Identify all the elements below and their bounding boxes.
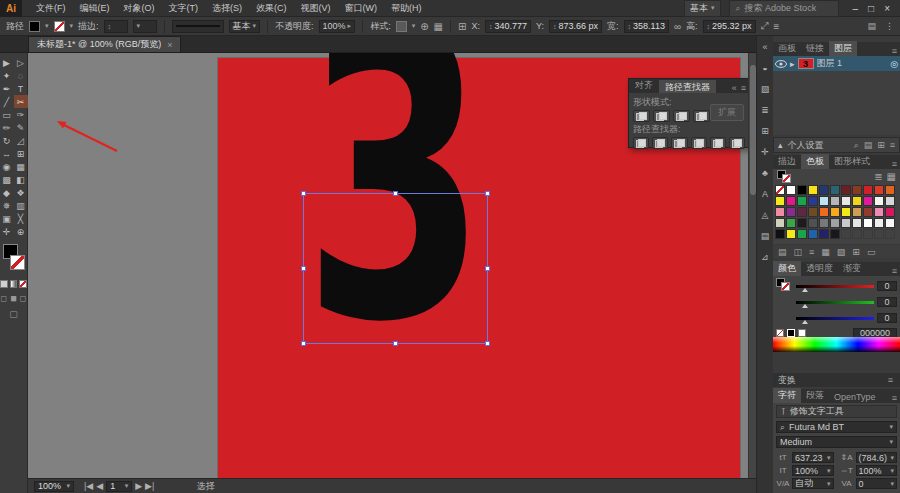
draw-inside-button[interactable]: ◻ — [20, 294, 27, 303]
menu-item[interactable]: 对象(O) — [118, 0, 161, 17]
layer-target-icon[interactable]: ◎ — [890, 59, 898, 69]
stroke-indicator[interactable] — [10, 255, 25, 270]
black-color-chip[interactable] — [787, 329, 795, 337]
reference-point-icon[interactable]: ⊞ — [458, 21, 466, 32]
red-value[interactable]: 0 — [877, 281, 897, 291]
layer-name[interactable]: 图层 1 — [817, 57, 843, 70]
outline-button[interactable] — [710, 137, 726, 149]
color-swatch[interactable] — [874, 196, 884, 206]
color-swatch[interactable] — [841, 229, 851, 239]
selection-handle[interactable] — [393, 191, 398, 196]
preferences-icon[interactable]: ▦ — [434, 21, 443, 32]
arrange-documents-icon[interactable]: ▤ — [867, 21, 876, 31]
white-color-chip[interactable] — [798, 329, 806, 337]
color-swatch[interactable] — [841, 185, 851, 195]
expand-layer-icon[interactable]: ▸ — [790, 59, 795, 69]
width-tool[interactable]: ↔ — [0, 147, 14, 160]
color-swatch[interactable] — [885, 185, 895, 195]
stock-search-input[interactable]: ⌕ 搜索 Adobe Stock — [729, 0, 839, 17]
color-swatch[interactable] — [808, 218, 818, 228]
merge-button[interactable] — [671, 137, 687, 149]
tab-character[interactable]: 字符 — [773, 388, 801, 403]
color-swatch[interactable] — [863, 196, 873, 206]
none-mode-button[interactable] — [19, 280, 27, 288]
vertical-scrollbar[interactable] — [748, 53, 756, 478]
color-swatch[interactable] — [775, 207, 785, 217]
paintbrush-tool[interactable]: ✑ — [14, 108, 28, 121]
x-input[interactable]: ↕340.777 — [485, 20, 531, 33]
library-list-icon[interactable]: ▤ — [864, 140, 873, 151]
color-swatch[interactable] — [786, 196, 796, 206]
menu-item[interactable]: 选择(S) — [206, 0, 248, 17]
color-swatch[interactable] — [841, 207, 851, 217]
scale-tool[interactable]: ◿ — [14, 134, 28, 147]
color-mode-button[interactable] — [0, 280, 8, 288]
tab-swatches[interactable]: 色板 — [801, 154, 829, 169]
collapse-dock-icon[interactable]: « — [762, 42, 767, 52]
canvas[interactable]: 3 对齐 路径查找器 « ≡ — [28, 53, 756, 478]
library-menu-icon[interactable]: ≡ — [890, 140, 895, 151]
color-swatch[interactable] — [797, 196, 807, 206]
gradient-tool[interactable]: ◧ — [14, 173, 28, 186]
panel-menu-icon[interactable]: ≡ — [892, 46, 900, 56]
width-profile-dropdown[interactable] — [172, 20, 224, 33]
height-input[interactable]: ↕295.32 px — [703, 20, 756, 33]
align-options-icon[interactable]: ≡ — [774, 21, 780, 32]
grid-view-icon[interactable]: ▦ — [887, 171, 896, 182]
width-input[interactable]: ↕358.113 — [624, 20, 669, 33]
menu-item[interactable]: 编辑(E) — [74, 0, 116, 17]
style-swatch[interactable] — [396, 21, 407, 32]
transform-panel-icon[interactable]: ◬ — [762, 210, 769, 220]
color-swatch[interactable] — [830, 196, 840, 206]
color-swatch[interactable] — [797, 207, 807, 217]
color-swatch[interactable] — [808, 229, 818, 239]
color-swatch[interactable] — [841, 196, 851, 206]
symbol-sprayer-tool[interactable]: ✵ — [0, 199, 14, 212]
color-swatch[interactable] — [863, 207, 873, 217]
stroke-weight-dropdown[interactable]: ▾ — [133, 20, 157, 33]
last-artboard-button[interactable]: ▶| — [145, 481, 154, 491]
tracking-field[interactable]: 0▾ — [856, 478, 898, 489]
selection-bounding-box[interactable] — [303, 193, 488, 344]
actions-panel-icon[interactable]: ▧ — [761, 84, 770, 94]
tab-transparency[interactable]: 透明度 — [801, 261, 838, 276]
color-swatch[interactable] — [797, 229, 807, 239]
zoom-level-dropdown[interactable]: 100% ▾ — [34, 481, 74, 492]
close-document-icon[interactable]: × — [167, 40, 172, 50]
color-swatch[interactable] — [885, 218, 895, 228]
line-segment-tool[interactable]: ╱ — [0, 95, 14, 108]
new-swatch-icon[interactable]: ⊞ — [852, 247, 860, 257]
font-style-dropdown[interactable]: Medium ▾ — [776, 436, 897, 448]
panel-menu-icon[interactable]: ≡ — [892, 266, 900, 276]
selection-handle[interactable] — [301, 266, 306, 271]
prev-artboard-button[interactable]: ◀ — [96, 481, 103, 491]
shape-builder-tool[interactable]: ◉ — [0, 160, 14, 173]
lasso-tool[interactable]: ◌ — [14, 69, 28, 82]
color-swatch[interactable] — [808, 185, 818, 195]
pencil-tool[interactable]: ✏ — [0, 121, 14, 134]
selection-handle[interactable] — [301, 341, 306, 346]
panel-menu-icon[interactable]: ≡ — [892, 393, 900, 403]
green-slider[interactable] — [796, 301, 874, 304]
hand-tool[interactable]: ✛ — [0, 225, 14, 238]
color-swatch[interactable] — [775, 229, 785, 239]
color-swatch[interactable] — [874, 185, 884, 195]
menu-item[interactable]: 视图(V) — [295, 0, 337, 17]
graph-tool[interactable]: ▥ — [14, 199, 28, 212]
draw-normal-button[interactable]: ◻ — [1, 294, 8, 303]
mesh-tool[interactable]: ▩ — [0, 173, 14, 186]
first-artboard-button[interactable]: |◀ — [84, 481, 93, 491]
minimize-button[interactable]: – — [853, 3, 859, 14]
blend-tool[interactable]: ❖ — [14, 186, 28, 199]
color-swatch[interactable] — [852, 207, 862, 217]
eyedropper-tool[interactable]: ◆ — [0, 186, 14, 199]
layer-thumbnail[interactable]: 3 — [798, 58, 814, 69]
constrain-proportions-icon[interactable]: ∞ — [674, 21, 681, 32]
close-button[interactable]: × — [884, 3, 890, 14]
color-swatch[interactable] — [808, 207, 818, 217]
color-swatch[interactable] — [874, 207, 884, 217]
stroke-color-swatch[interactable] — [54, 21, 65, 32]
vertical-scale-field[interactable]: 100%▾ — [792, 465, 834, 476]
menu-item[interactable]: 文字(T) — [163, 0, 205, 17]
graphic-styles-panel-icon[interactable]: ⊞ — [761, 126, 769, 136]
